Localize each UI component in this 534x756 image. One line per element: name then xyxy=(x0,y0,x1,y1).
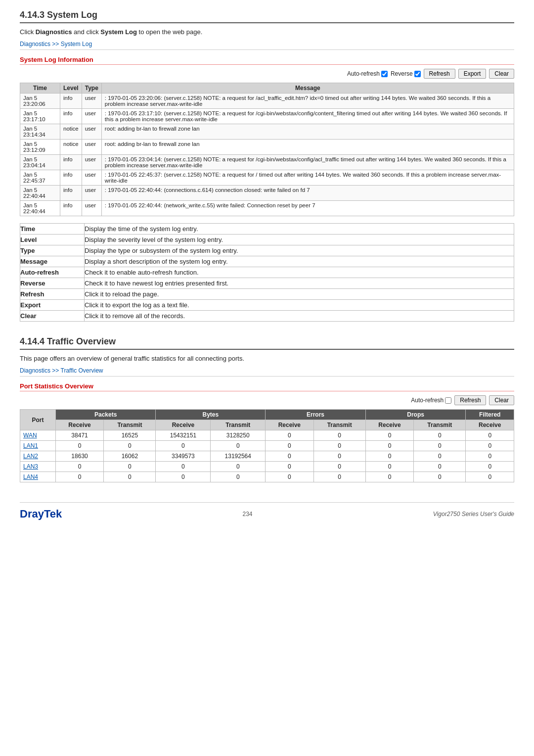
pkt-tx: 0 xyxy=(104,462,156,472)
byt-rx: 15432151 xyxy=(156,430,211,441)
log-table-header-row: Time Level Type Message xyxy=(20,83,514,94)
err-tx: 0 xyxy=(313,462,365,472)
system-log-toolbar: Auto-refresh Reverse Refresh Export Clea… xyxy=(20,69,514,79)
refresh-button[interactable]: Refresh xyxy=(424,69,455,79)
drp-tx: 0 xyxy=(414,441,466,451)
log-table-row: Jan 5 23:17:10 info user : 1970-01-05 23… xyxy=(20,109,514,124)
byt-rx: 0 xyxy=(156,472,211,482)
sub-byt-receive: Receive xyxy=(156,420,211,430)
desc-row: Refresh Click it to reload the page. xyxy=(20,289,514,300)
page-footer: DrayTek 234 Vigor2750 Series User's Guid… xyxy=(20,502,514,520)
desc-definition: Click it to remove all of the records. xyxy=(85,311,514,322)
reverse-checkbox[interactable] xyxy=(414,71,421,77)
log-message: : 1970-01-05 23:20:06: (server.c.1258) N… xyxy=(101,94,514,109)
port-table-row: LAN1 0 0 0 0 0 0 0 0 0 xyxy=(20,441,514,451)
drp-tx: 0 xyxy=(414,462,466,472)
port-name[interactable]: LAN4 xyxy=(20,472,56,482)
sub-flt-receive: Receive xyxy=(466,420,514,430)
port-name[interactable]: WAN xyxy=(20,430,56,441)
footer-product-name: Vigor2750 Series User's Guide xyxy=(433,511,514,518)
log-message: : 1970-01-05 22:40:44: (connections.c.61… xyxy=(101,186,514,201)
desc-definition: Display the time of the system log entry… xyxy=(85,224,514,235)
flt-rx: 0 xyxy=(466,462,514,472)
col-level: Level xyxy=(60,83,82,94)
sub-err-transmit: Transmit xyxy=(313,420,365,430)
err-rx: 0 xyxy=(266,430,313,441)
byt-tx: 0 xyxy=(211,441,266,451)
system-log-table: Time Level Type Message Jan 5 23:20:06 i… xyxy=(20,83,514,216)
err-tx: 0 xyxy=(313,430,365,441)
log-type: user xyxy=(82,109,101,124)
log-message: : 1970-01-05 22:45:37: (server.c.1258) N… xyxy=(101,170,514,186)
col-message: Message xyxy=(101,83,514,94)
err-rx: 0 xyxy=(266,451,313,462)
sub-drp-receive: Receive xyxy=(365,420,413,430)
traffic-auto-refresh-label[interactable]: Auto-refresh xyxy=(411,397,451,404)
log-level: notice xyxy=(60,140,82,155)
port-table-row: LAN3 0 0 0 0 0 0 0 0 0 xyxy=(20,462,514,472)
pkt-rx: 0 xyxy=(55,441,103,451)
log-table-row: Jan 5 23:20:06 info user : 1970-01-05 23… xyxy=(20,94,514,109)
desc-row: Level Display the severity level of the … xyxy=(20,235,514,245)
flt-rx: 0 xyxy=(466,472,514,482)
traffic-auto-refresh-checkbox[interactable] xyxy=(445,397,451,404)
log-time: Jan 5 23:04:14 xyxy=(20,155,60,170)
drp-tx: 0 xyxy=(414,472,466,482)
desc-row: Auto-refresh Check it to enable auto-ref… xyxy=(20,267,514,278)
byt-rx: 3349573 xyxy=(156,451,211,462)
section-system-log: 4.14.3 System Log Click Diagnostics and … xyxy=(20,10,514,322)
log-level: info xyxy=(60,186,82,201)
log-type: user xyxy=(82,186,101,201)
sub-pkt-transmit: Transmit xyxy=(104,420,156,430)
err-tx: 0 xyxy=(313,441,365,451)
sub-drp-transmit: Transmit xyxy=(414,420,466,430)
drp-rx: 0 xyxy=(365,441,413,451)
pkt-tx: 0 xyxy=(104,441,156,451)
auto-refresh-checkbox[interactable] xyxy=(381,71,388,77)
desc-definition: Click it to reload the page. xyxy=(85,289,514,300)
log-type: user xyxy=(82,94,101,109)
desc-row: Reverse Check it to have newest log entr… xyxy=(20,278,514,289)
breadcrumb-system-log: Diagnostics >> System Log xyxy=(20,41,514,50)
err-tx: 0 xyxy=(313,451,365,462)
desc-term: Time xyxy=(20,224,85,235)
err-rx: 0 xyxy=(266,472,313,482)
log-time: Jan 5 23:17:10 xyxy=(20,109,60,124)
auto-refresh-label[interactable]: Auto-refresh xyxy=(347,70,388,77)
err-tx: 0 xyxy=(313,472,365,482)
log-level: info xyxy=(60,94,82,109)
desc-term: Auto-refresh xyxy=(20,267,85,278)
log-time: Jan 5 22:40:44 xyxy=(20,201,60,216)
desc-definition: Display a short description of the syste… xyxy=(85,256,514,267)
log-type: user xyxy=(82,201,101,216)
desc-table-body: Time Display the time of the system log … xyxy=(20,224,514,322)
log-message: : 1970-01-05 23:04:14: (server.c.1258) N… xyxy=(101,155,514,170)
log-message: root: adding br-lan to firewall zone lan xyxy=(101,140,514,155)
log-time: Jan 5 23:12:09 xyxy=(20,140,60,155)
port-name[interactable]: LAN3 xyxy=(20,462,56,472)
footer-page-number: 234 xyxy=(243,511,253,518)
byt-tx: 13192564 xyxy=(211,451,266,462)
logo-dray: Dray xyxy=(20,508,44,520)
desc-definition: Check it to enable auto-refresh function… xyxy=(85,267,514,278)
log-time: Jan 5 23:14:34 xyxy=(20,124,60,140)
desc-term: Reverse xyxy=(20,278,85,289)
desc-row: Time Display the time of the system log … xyxy=(20,224,514,235)
col-group-packets: Packets xyxy=(55,410,156,420)
log-level: info xyxy=(60,170,82,186)
port-name[interactable]: LAN2 xyxy=(20,451,56,462)
pkt-tx: 16525 xyxy=(104,430,156,441)
drp-rx: 0 xyxy=(365,472,413,482)
section-heading-traffic: 4.14.4 Traffic Overview xyxy=(20,336,514,350)
port-table-body: WAN 38471 16525 15432151 3128250 0 0 0 0… xyxy=(20,430,514,482)
err-rx: 0 xyxy=(266,462,313,472)
traffic-clear-button[interactable]: Clear xyxy=(489,395,514,405)
export-button[interactable]: Export xyxy=(458,69,487,79)
port-name[interactable]: LAN1 xyxy=(20,441,56,451)
reverse-label[interactable]: Reverse xyxy=(391,70,421,77)
byt-tx: 0 xyxy=(211,472,266,482)
log-type: user xyxy=(82,155,101,170)
clear-button[interactable]: Clear xyxy=(489,69,514,79)
traffic-refresh-button[interactable]: Refresh xyxy=(454,395,486,405)
desc-term: Refresh xyxy=(20,289,85,300)
